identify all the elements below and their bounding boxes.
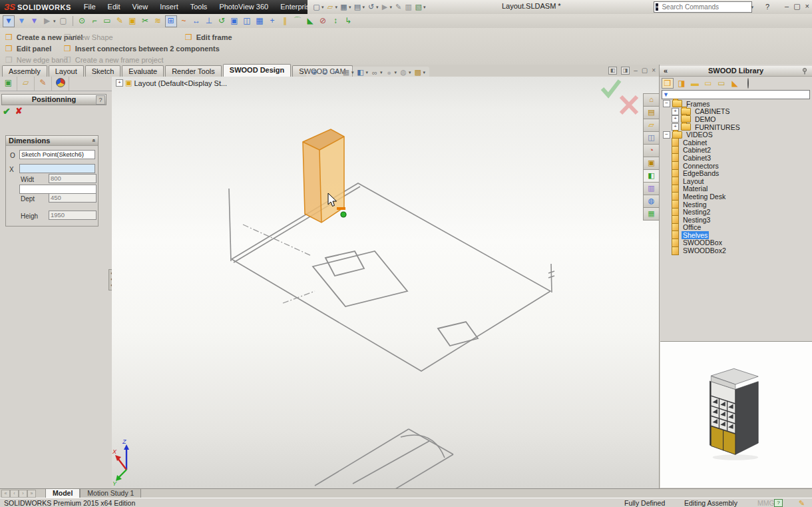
tab-model[interactable]: Model [45, 489, 80, 498]
cancel-button[interactable]: ✘ [15, 106, 23, 117]
dropdown-arrow-icon[interactable]: ▾ [363, 5, 365, 10]
split-left-icon[interactable]: ◧ [608, 67, 617, 75]
tree-item-label[interactable]: Frames [685, 100, 711, 108]
tree-item-label[interactable]: Cabinet [682, 139, 708, 147]
tree-item-furnitures[interactable]: +FURNITURES [662, 123, 811, 131]
tree-item-label[interactable]: Nesting2 [682, 208, 711, 216]
library-filter-input[interactable] [669, 91, 809, 99]
tree-item-office[interactable]: Office [662, 224, 811, 232]
view-settings-icon[interactable]: ▩ [413, 68, 423, 77]
origin-field[interactable]: Sketch Point(Sketch6) [19, 150, 95, 159]
dropdown-arrow-icon[interactable]: ▾ [321, 5, 324, 10]
width-field[interactable]: 800 [49, 174, 97, 183]
command-insert-connectors-between-2-components[interactable]: ❒Insert connectors between 2 components [64, 43, 220, 53]
sketch-point-marker[interactable] [341, 212, 346, 217]
tree-item-cabinet3[interactable]: Cabinet3 [662, 154, 811, 162]
cancel-x-icon[interactable] [621, 97, 637, 113]
displaymanager-icon[interactable] [52, 77, 69, 91]
swood-box-icon[interactable]: ◧ [643, 170, 660, 183]
collapse-panel-icon[interactable]: « [664, 66, 668, 76]
tree-item-videos[interactable]: −VIDEOS [662, 131, 811, 139]
tree-item-label[interactable]: Connectors [682, 162, 720, 170]
filter-faces-icon[interactable]: ▼ [29, 15, 40, 27]
edgeband-brush-icon[interactable]: ✎ [114, 15, 126, 27]
tree-item-label[interactable]: DEMO [694, 115, 717, 123]
filter-vertices-icon[interactable]: ▼ [16, 15, 27, 27]
sketch-rect-icon[interactable]: ▭ [102, 15, 113, 27]
feature-tree-overlay[interactable]: + ▣ Layout (Default<Display St... [116, 79, 227, 87]
centerline-sketch[interactable] [243, 225, 315, 303]
tree-item-label[interactable]: Cabinet2 [682, 146, 712, 154]
offset-icon[interactable]: ∥ [280, 15, 291, 27]
open-panel-icon[interactable]: ▣ [127, 15, 138, 27]
edit-appearance-icon[interactable]: ● [384, 69, 395, 77]
split-right-icon[interactable]: ◨ [621, 67, 630, 75]
ok-button[interactable]: ✔ [3, 106, 11, 117]
fillet-icon[interactable]: ⌒ [292, 15, 304, 27]
zoom-fit-icon[interactable]: ⊕ [309, 68, 319, 77]
view-orientation-icon[interactable]: ▦ [341, 68, 351, 77]
restore-doc-button[interactable]: ▢ [642, 67, 648, 75]
select-arrow-icon[interactable]: ▶ [41, 15, 53, 27]
tree-item-label[interactable]: Nesting3 [682, 216, 711, 224]
collapse-icon[interactable]: « [89, 139, 98, 142]
tree-item-edgebands[interactable]: EdgeBands [662, 169, 811, 177]
apply-scene-icon[interactable]: ◍ [398, 68, 409, 77]
linear-pattern-icon[interactable]: ▦ [254, 15, 266, 27]
library-materials-icon[interactable] [743, 79, 753, 88]
dropdown-arrow-icon[interactable]: ▾ [395, 70, 397, 75]
propertymanager-icon[interactable]: ✎ [35, 77, 52, 91]
tree-item-label[interactable]: Meeting Desk [682, 193, 727, 201]
erase-icon[interactable]: ⊘ [317, 15, 329, 27]
home-icon[interactable]: ⌂ [643, 93, 660, 107]
tree-item-label[interactable]: VIDEOS [685, 131, 714, 139]
close-doc-button[interactable]: × [652, 67, 656, 75]
tree-item-cabinet2[interactable]: Cabinet2 [662, 147, 811, 155]
tree-item-label[interactable]: Layout [682, 177, 706, 185]
dropdown-arrow-icon[interactable]: ▾ [351, 70, 354, 75]
custom-properties-icon[interactable]: ▣ [643, 157, 660, 170]
library-panels-icon[interactable]: ▬ [690, 79, 700, 88]
close-button[interactable]: × [805, 2, 809, 11]
tab-layout[interactable]: Layout [49, 65, 84, 77]
rotate-icon[interactable]: ↺ [216, 15, 228, 27]
pin-icon[interactable] [801, 67, 809, 75]
tree-expander-icon[interactable]: + [672, 115, 679, 123]
minimize-doc-button[interactable]: – [634, 67, 638, 75]
search-dropdown-icon[interactable]: ▾ [751, 5, 753, 10]
swood-report-icon[interactable]: ▥ [643, 183, 660, 195]
tree-item-label[interactable]: Cabinet3 [682, 154, 712, 162]
dimensions-header[interactable]: « Dimensions [6, 136, 98, 146]
hide-show-items-icon[interactable]: ∞ [369, 69, 380, 77]
help-button[interactable]: ? [96, 95, 105, 105]
tab-evaluate[interactable]: Evaluate [122, 65, 164, 77]
library-laminates-icon[interactable]: ▭ [716, 79, 727, 88]
dropdown-arrow-icon[interactable]: ▾ [409, 70, 411, 75]
view-palette-icon[interactable]: ◫ [643, 132, 660, 145]
search-commands-box[interactable]: » ▾ [654, 1, 752, 13]
open-icon[interactable]: ▱ [325, 1, 335, 13]
confirm-check-icon[interactable] [602, 81, 620, 95]
move-icon[interactable]: + [267, 15, 278, 27]
tree-item-label[interactable]: CABINETS [694, 107, 731, 115]
last-sheet-icon[interactable]: » [27, 490, 36, 498]
exit-sketch-icon[interactable]: ↳ [343, 15, 354, 27]
web-icon[interactable]: ◍ [643, 195, 660, 208]
feature-tree-root-label[interactable]: Layout (Default<Display St... [134, 79, 227, 87]
print-icon[interactable]: ▤ [353, 1, 363, 13]
tree-item-label[interactable]: EdgeBands [682, 169, 720, 177]
restore-button[interactable]: ▢ [793, 2, 800, 11]
tree-item-label[interactable]: Office [682, 223, 702, 231]
trim-icon[interactable]: ✂ [140, 15, 151, 27]
panel-3d-box[interactable] [303, 129, 346, 223]
file-properties-icon[interactable]: ▥ [403, 1, 413, 13]
tree-expand-icon[interactable]: + [116, 79, 123, 87]
dropdown-arrow-icon[interactable]: ▾ [423, 70, 426, 75]
tree-item-swoodbox2[interactable]: SWOODBox2 [662, 247, 811, 254]
tab-swood-design[interactable]: SWOOD Design [223, 64, 292, 77]
units-help-icon[interactable]: ? [774, 499, 783, 507]
tab-render-tools[interactable]: Render Tools [165, 65, 222, 77]
depth-field[interactable]: 450 [49, 193, 97, 203]
tree-item-label[interactable]: Nesting [682, 201, 708, 209]
prev-sheet-icon[interactable]: ‹ [10, 490, 19, 498]
